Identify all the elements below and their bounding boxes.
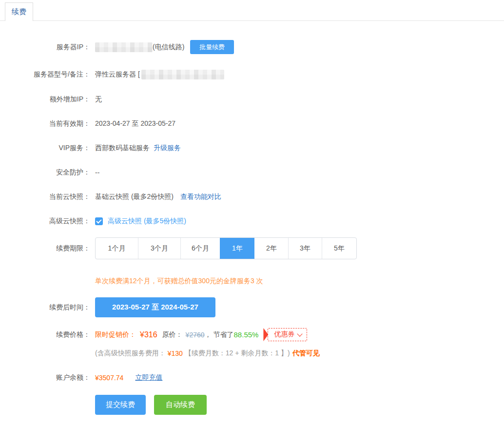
promo-note-row: 单次续费满12个月，可获赠总价值300元的金牌服务3 次 — [0, 277, 504, 286]
period-option-1month[interactable]: 1个月 — [96, 238, 138, 259]
period-option-3month[interactable]: 3个月 — [138, 238, 180, 259]
renew-period-row: 续费期限： 1个月 3个月 6个月 1年 2年 3年 5年 — [0, 237, 504, 259]
extra-ip-row: 额外增加IP： 无 — [0, 95, 504, 104]
blurred-server-note — [141, 70, 224, 79]
server-model-value: 弹性云服务器 [ — [95, 70, 140, 79]
renew-price-label: 续费价格： — [0, 330, 90, 339]
vip-service-row: VIP服务： 西部数码基础服务 升级服务 — [0, 144, 504, 153]
server-model-label: 服务器型号/备注： — [0, 70, 90, 79]
period-option-1year[interactable]: 1年 — [220, 238, 254, 259]
saved-label: 节省了 — [213, 330, 234, 339]
security-value: -- — [95, 169, 99, 176]
validity-value: 2023-04-27 至 2023-05-27 — [95, 119, 175, 128]
server-model-row: 服务器型号/备注： 弹性云服务器 [ — [0, 70, 504, 79]
advanced-snapshot-checkbox-label: 高级云快照 (最多5份快照) — [108, 217, 186, 226]
batch-renew-button[interactable]: 批量续费 — [190, 40, 234, 54]
price-separator: ， — [205, 330, 212, 339]
extra-ip-value: 无 — [95, 95, 102, 104]
validity-row: 当前有效期： 2023-04-27 至 2023-05-27 — [0, 119, 504, 128]
renew-time-label: 续费后时间： — [0, 303, 90, 312]
renew-time-range-button[interactable]: 2023-05-27 至 2024-05-27 — [95, 297, 215, 317]
renew-price-row: 续费价格： 限时促销价： ¥316 原价： ¥2760 ， 节省了 88.55%… — [0, 328, 504, 341]
validity-label: 当前有效期： — [0, 119, 90, 128]
tab-renew-label: 续费 — [12, 7, 26, 17]
period-option-3year[interactable]: 3年 — [288, 238, 322, 259]
price-note-fee: ¥130 — [168, 349, 183, 357]
original-price-value: ¥2760 — [186, 331, 205, 339]
coupon-label: 优惠券 — [274, 330, 294, 339]
auto-renew-button[interactable]: 自动续费 — [154, 395, 207, 415]
server-ip-label: 服务器IP： — [0, 43, 90, 52]
current-snapshot-row: 当前云快照： 基础云快照 (最多2份快照) 查看功能对比 — [0, 193, 504, 201]
vip-service-label: VIP服务： — [0, 144, 90, 153]
chevron-down-icon — [297, 331, 303, 336]
price-note-row: (含高级快照服务费用： ¥130 【续费月数：12 + 剩余月数：1 】) 代管… — [0, 349, 504, 358]
price-note-detail: 【续费月数：12 + 剩余月数：1 】) — [185, 349, 290, 358]
renew-period-label: 续费期限： — [0, 244, 90, 253]
advanced-snapshot-row: 高级云快照： 高级云快照 (最多5份快照) — [0, 217, 504, 226]
blurred-server-ip — [95, 42, 153, 52]
period-option-2year[interactable]: 2年 — [254, 238, 288, 259]
promo-price-value: ¥316 — [140, 330, 157, 339]
renew-time-row: 续费后时间： 2023-05-27 至 2024-05-27 — [0, 297, 504, 317]
renew-form: 服务器IP： (电信线路) 批量续费 服务器型号/备注： 弹性云服务器 [ 额外… — [0, 21, 504, 415]
advanced-snapshot-label: 高级云快照： — [0, 217, 90, 226]
account-balance-label: 账户余额： — [0, 373, 90, 382]
compare-features-link[interactable]: 查看功能对比 — [180, 193, 221, 201]
action-buttons-row: 提交续费 自动续费 — [0, 395, 504, 415]
saved-percent: 88.55% — [234, 330, 259, 339]
period-option-5year[interactable]: 5年 — [322, 238, 356, 259]
server-ip-row: 服务器IP： (电信线路) 批量续费 — [0, 40, 504, 54]
coupon-dropdown[interactable]: 优惠券 — [268, 328, 307, 341]
vip-service-value: 西部数码基础服务 — [95, 144, 150, 153]
original-price-label: 原价： — [162, 330, 183, 339]
line-note: (电信线路) — [153, 43, 184, 52]
managed-visible-note: 代管可见 — [292, 349, 320, 358]
recharge-link[interactable]: 立即充值 — [135, 373, 162, 382]
account-balance-value: ¥3507.74 — [95, 374, 123, 382]
upgrade-service-link[interactable]: 升级服务 — [154, 144, 181, 153]
price-note-prefix: (含高级快照服务费用： — [95, 349, 166, 358]
promo-price-label: 限时促销价： — [95, 330, 136, 339]
tab-renew[interactable]: 续费 — [5, 2, 33, 21]
account-balance-row: 账户余额： ¥3507.74 立即充值 — [0, 373, 504, 382]
security-label: 安全防护： — [0, 168, 90, 177]
period-button-group: 1个月 3个月 6个月 1年 2年 3年 5年 — [95, 237, 357, 259]
advanced-snapshot-checkbox[interactable] — [95, 217, 103, 225]
promo-note-text: 单次续费满12个月，可获赠总价值300元的金牌服务3 次 — [95, 277, 263, 286]
current-snapshot-label: 当前云快照： — [0, 193, 90, 201]
extra-ip-label: 额外增加IP： — [0, 95, 90, 104]
security-row: 安全防护： -- — [0, 168, 504, 177]
submit-renew-button[interactable]: 提交续费 — [95, 395, 146, 415]
current-snapshot-value: 基础云快照 (最多2份快照) — [95, 193, 174, 201]
period-option-6month[interactable]: 6个月 — [180, 238, 220, 259]
tab-bar: 续费 — [0, 0, 504, 21]
